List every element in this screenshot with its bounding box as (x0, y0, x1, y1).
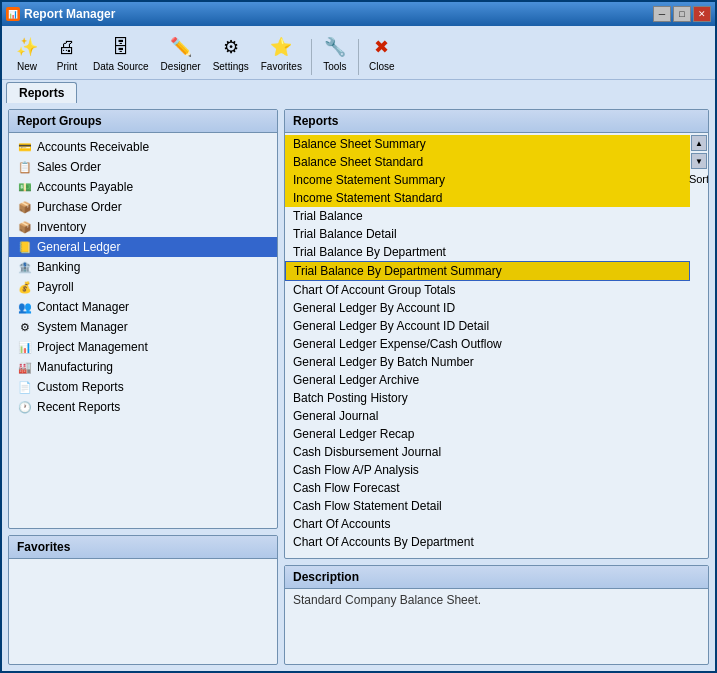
report-item-tbbd[interactable]: Trial Balance By Department (285, 243, 690, 261)
report-label-gj: General Journal (293, 409, 378, 423)
designer-button[interactable]: ✏️ Designer (156, 30, 206, 75)
report-item-glbn[interactable]: General Ledger By Batch Number (285, 353, 690, 371)
report-item-gla[interactable]: General Ledger Archive (285, 371, 690, 389)
report-item-coagt[interactable]: Chart Of Account Group Totals (285, 281, 690, 299)
report-item-cdj[interactable]: Cash Disbursement Journal (285, 443, 690, 461)
report-item-iss[interactable]: Income Statement Summary (285, 171, 690, 189)
tab-bar: Reports (2, 80, 715, 103)
window-icon: 📊 (6, 7, 20, 21)
pm-icon: 📊 (17, 339, 33, 355)
window-close-button[interactable]: ✕ (693, 6, 711, 22)
report-item-glbaid[interactable]: General Ledger By Account ID (285, 299, 690, 317)
reports-panel: Reports Balance Sheet Summary Balance Sh… (284, 109, 709, 559)
scroll-up-button[interactable]: ▲ (691, 135, 707, 151)
group-label-sm: System Manager (37, 320, 128, 334)
report-item-tbbds[interactable]: Trial Balance By Department Summary (285, 261, 690, 281)
datasource-button[interactable]: 🗄 Data Source (88, 30, 154, 75)
report-item-cfapa[interactable]: Cash Flow A/P Analysis (285, 461, 690, 479)
report-item-glec[interactable]: General Ledger Expense/Cash Outflow (285, 335, 690, 353)
group-item-inv[interactable]: 📦 Inventory (9, 217, 277, 237)
close-button[interactable]: ✖ Close (363, 30, 401, 75)
new-button[interactable]: ✨ New (8, 30, 46, 75)
description-header: Description (285, 566, 708, 589)
group-item-sm[interactable]: ⚙ System Manager (9, 317, 277, 337)
report-label-tbbds: Trial Balance By Department Summary (294, 264, 502, 278)
report-item-tbd[interactable]: Trial Balance Detail (285, 225, 690, 243)
group-label-mfg: Manufacturing (37, 360, 113, 374)
report-item-gj[interactable]: General Journal (285, 407, 690, 425)
report-label-cfapa: Cash Flow A/P Analysis (293, 463, 419, 477)
report-item-coabd[interactable]: Chart Of Accounts By Department (285, 533, 690, 551)
left-panel: Report Groups 💳 Accounts Receivable 📋 Sa… (8, 109, 278, 665)
report-label-glbaid: General Ledger By Account ID (293, 301, 455, 315)
report-label-glr: General Ledger Recap (293, 427, 414, 441)
print-icon: 🖨 (53, 33, 81, 61)
group-item-ar[interactable]: 💳 Accounts Receivable (9, 137, 277, 157)
description-panel: Description Standard Company Balance She… (284, 565, 709, 665)
group-label-payroll: Payroll (37, 280, 74, 294)
scroll-down-button[interactable]: ▼ (691, 153, 707, 169)
tools-button[interactable]: 🔧 Tools (316, 30, 354, 75)
new-label: New (17, 61, 37, 72)
description-content: Standard Company Balance Sheet. (285, 589, 708, 611)
group-item-mfg[interactable]: 🏭 Manufacturing (9, 357, 277, 377)
group-item-pm[interactable]: 📊 Project Management (9, 337, 277, 357)
group-item-payroll[interactable]: 💰 Payroll (9, 277, 277, 297)
bank-icon: 🏦 (17, 259, 33, 275)
so-icon: 📋 (17, 159, 33, 175)
datasource-label: Data Source (93, 61, 149, 72)
report-item-glr[interactable]: General Ledger Recap (285, 425, 690, 443)
report-label-cff: Cash Flow Forecast (293, 481, 400, 495)
title-bar-left: 📊 Report Manager (6, 7, 115, 21)
group-item-cm[interactable]: 👥 Contact Manager (9, 297, 277, 317)
inv-icon: 📦 (17, 219, 33, 235)
gl-icon: 📒 (17, 239, 33, 255)
report-item-cff[interactable]: Cash Flow Forecast (285, 479, 690, 497)
maximize-button[interactable]: □ (673, 6, 691, 22)
toolbar-separator2 (358, 39, 359, 75)
group-item-so[interactable]: 📋 Sales Order (9, 157, 277, 177)
scrollbar-controls: ▲ ▼ Sort (690, 133, 708, 558)
new-icon: ✨ (13, 33, 41, 61)
favorites-content (9, 559, 277, 659)
report-item-bsst[interactable]: Balance Sheet Standard (285, 153, 690, 171)
report-label-iss: Income Statement Summary (293, 173, 445, 187)
group-item-gl[interactable]: 📒 General Ledger (9, 237, 277, 257)
group-item-po[interactable]: 📦 Purchase Order (9, 197, 277, 217)
designer-icon: ✏️ (167, 33, 195, 61)
report-label-cfsd: Cash Flow Statement Detail (293, 499, 442, 513)
report-label-bss: Balance Sheet Summary (293, 137, 426, 151)
datasource-icon: 🗄 (107, 33, 135, 61)
title-buttons: ─ □ ✕ (653, 6, 711, 22)
settings-button[interactable]: ⚙ Settings (208, 30, 254, 75)
minimize-button[interactable]: ─ (653, 6, 671, 22)
group-label-gl: General Ledger (37, 240, 120, 254)
favorites-panel: Favorites (8, 535, 278, 665)
close-label: Close (369, 61, 395, 72)
group-item-rr[interactable]: 🕐 Recent Reports (9, 397, 277, 417)
report-label-bsst: Balance Sheet Standard (293, 155, 423, 169)
group-label-cr: Custom Reports (37, 380, 124, 394)
right-panel: Reports Balance Sheet Summary Balance Sh… (284, 109, 709, 665)
favorites-button[interactable]: ⭐ Favorites (256, 30, 307, 75)
report-item-tb[interactable]: Trial Balance (285, 207, 690, 225)
group-label-rr: Recent Reports (37, 400, 120, 414)
group-item-ap[interactable]: 💵 Accounts Payable (9, 177, 277, 197)
sm-icon: ⚙ (17, 319, 33, 335)
report-item-bss[interactable]: Balance Sheet Summary (285, 135, 690, 153)
report-item-coa[interactable]: Chart Of Accounts (285, 515, 690, 533)
print-label: Print (57, 61, 78, 72)
reports-list[interactable]: Balance Sheet Summary Balance Sheet Stan… (285, 133, 690, 558)
report-groups-header: Report Groups (9, 110, 277, 133)
report-item-bph[interactable]: Batch Posting History (285, 389, 690, 407)
designer-label: Designer (161, 61, 201, 72)
group-item-cr[interactable]: 📄 Custom Reports (9, 377, 277, 397)
report-item-glbaidd[interactable]: General Ledger By Account ID Detail (285, 317, 690, 335)
tab-reports[interactable]: Reports (6, 82, 77, 103)
report-item-isst[interactable]: Income Statement Standard (285, 189, 690, 207)
report-label-tbbd: Trial Balance By Department (293, 245, 446, 259)
group-item-bank[interactable]: 🏦 Banking (9, 257, 277, 277)
report-label-glbaidd: General Ledger By Account ID Detail (293, 319, 489, 333)
report-item-cfsd[interactable]: Cash Flow Statement Detail (285, 497, 690, 515)
print-button[interactable]: 🖨 Print (48, 30, 86, 75)
